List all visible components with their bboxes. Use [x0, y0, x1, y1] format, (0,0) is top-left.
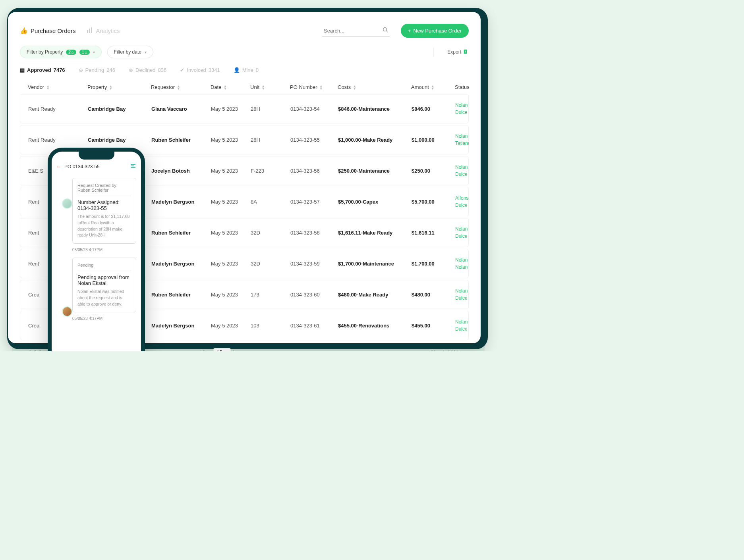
export-label: Export: [447, 49, 461, 55]
page-link[interactable]: 2: [34, 350, 37, 351]
col-property[interactable]: Property▲▼: [87, 84, 151, 90]
top-bar: 👍 Purchase Orders Analytics + New Purcha…: [20, 24, 469, 38]
export-icon: [463, 49, 469, 56]
grid-icon: ▦: [20, 67, 25, 73]
svg-rect-6: [131, 164, 135, 165]
status-tab-declined[interactable]: ⊗ Declined 836: [129, 67, 166, 73]
cell-status: Nolan EDulce S: [455, 164, 469, 178]
tab-analytics[interactable]: Analytics: [87, 27, 120, 35]
col-requestor[interactable]: Requestor▲▼: [151, 84, 211, 90]
per-page-select[interactable]: 15: [213, 348, 231, 351]
cell-po: 0134-323-59: [290, 261, 338, 267]
cell-po: 0134-323-58: [290, 230, 338, 236]
cell-costs: $250.00-Maintenance: [338, 168, 412, 174]
cell-amount: $1,000.00: [412, 137, 455, 143]
cell-unit: 32D: [251, 230, 290, 236]
phone-header: ← PO 0134-323-55: [56, 163, 136, 171]
home-icon: ⌂: [85, 50, 87, 54]
filter-badge: 2⌂: [66, 50, 76, 55]
filter-property[interactable]: Filter by Property 2⌂ 1⌂ ▾: [20, 46, 102, 58]
bar-chart-icon: [87, 27, 93, 35]
col-po[interactable]: PO Number▲▼: [290, 84, 338, 90]
timestamp: 05/05/23 4:17PM: [72, 316, 136, 321]
status-label: Invoiced: [187, 67, 206, 73]
cell-unit: 32D: [251, 261, 290, 267]
status-tab-mine[interactable]: 👤 Mine 0: [234, 67, 259, 73]
col-unit[interactable]: Unit▲▼: [250, 84, 290, 90]
cell-requestor: Giana Vaccaro: [151, 106, 211, 112]
page-link[interactable]: 1: [29, 350, 32, 351]
cell-date: May 5 2023: [211, 106, 251, 112]
cell-amount: $1,700.00: [412, 261, 455, 267]
tab-label: Purchase Orders: [31, 27, 75, 34]
page-link[interactable]: 3: [39, 350, 42, 351]
phone-notch: [79, 151, 114, 160]
cell-costs: $1,000.00-Make Ready: [338, 137, 412, 143]
cell-property: Cambridge Bay: [88, 137, 151, 143]
status-tab-approved[interactable]: ▦ Approved 7476: [20, 67, 65, 73]
chevron-down-icon: ▾: [93, 50, 95, 54]
sort-icon: ▲▼: [261, 85, 265, 90]
cell-unit: 8A: [251, 199, 290, 205]
cell-costs: $455.00-Renovations: [338, 323, 412, 329]
filter-date[interactable]: Filter by date ▾: [107, 46, 153, 58]
cell-status: Nolan EDulce S: [455, 318, 469, 333]
cell-date: May 5 2023: [211, 230, 251, 236]
col-amount[interactable]: Amount▲▼: [411, 84, 455, 90]
view-select: View 15 Items per page: [201, 348, 265, 351]
cell-status: Nolan ENolan E: [455, 256, 469, 271]
card-header: Pending: [77, 263, 131, 271]
cell-costs: $1,700.00-Maintenance: [338, 261, 412, 267]
page-link[interactable]: «: [20, 350, 23, 351]
svg-rect-0: [87, 30, 88, 33]
sort-icon: ▲▼: [223, 85, 227, 90]
status-tab-invoiced[interactable]: ✔ Invoiced 3341: [180, 67, 220, 73]
cell-amount: $250.00: [412, 168, 455, 174]
table-row[interactable]: Rent ReadyCambridge BayGiana VaccaroMay …: [20, 94, 469, 123]
page-link[interactable]: ‹: [25, 350, 27, 351]
tab-purchase-orders[interactable]: 👍 Purchase Orders: [20, 27, 75, 35]
col-date[interactable]: Date▲▼: [211, 84, 250, 90]
cell-po: 0134-323-54: [290, 106, 338, 112]
divider: [433, 47, 434, 57]
back-icon[interactable]: ←: [56, 164, 61, 169]
svg-rect-8: [131, 167, 135, 168]
sort-icon: ▲▼: [177, 85, 180, 90]
settings-icon[interactable]: [130, 163, 136, 171]
filter-row: Filter by Property 2⌂ 1⌂ ▾ Filter by dat…: [20, 46, 469, 58]
cell-unit: 173: [251, 292, 290, 298]
cell-date: May 5 2023: [211, 323, 251, 329]
status-count: 3341: [209, 67, 220, 73]
avatar: [62, 306, 72, 317]
search-icon[interactable]: [383, 27, 388, 34]
cell-property: Cambridge Bay: [88, 106, 151, 112]
new-purchase-order-button[interactable]: + New Purchase Order: [401, 24, 469, 38]
sort-icon: ▲▼: [431, 85, 435, 90]
cell-unit: 28H: [251, 137, 290, 143]
avatar: [62, 198, 72, 209]
status-count: 246: [106, 67, 115, 73]
col-costs[interactable]: Costs▲▼: [338, 84, 411, 90]
table-header: Vendor▲▼ Property▲▼ Requestor▲▼ Date▲▼ U…: [20, 80, 469, 94]
status-tab-pending[interactable]: ⊖ Pending 246: [79, 67, 115, 73]
filter-badge: 1⌂: [79, 50, 90, 55]
button-label: New Purchase Order: [414, 28, 462, 34]
card-header: Request Created by: Ruben Schleifer: [77, 183, 131, 196]
card-title: Pending approval from Nolan Ekstal: [77, 274, 131, 286]
card-desc: Nolan Ekstal was notified about the requ…: [77, 289, 131, 307]
status-count: 836: [158, 67, 167, 73]
cell-amount: $455.00: [412, 323, 455, 329]
export-button[interactable]: Export: [447, 49, 469, 56]
search-input[interactable]: [322, 25, 390, 37]
chevron-down-icon: ▾: [145, 50, 147, 54]
phone-mockup: ← PO 0134-323-55 Request Created by: Rub…: [48, 148, 145, 351]
cell-po: 0134-323-55: [290, 137, 338, 143]
svg-point-3: [383, 27, 387, 31]
x-circle-icon: ⊗: [129, 67, 133, 73]
per-page-suffix: Items per page: [233, 350, 265, 351]
cell-costs: $1,616.11-Make Ready: [338, 230, 412, 236]
cell-status: Nolan EDulce S: [455, 287, 469, 302]
col-status[interactable]: Status: [455, 84, 469, 90]
col-vendor[interactable]: Vendor▲▼: [28, 84, 87, 90]
cell-status: AlfonscDulce S: [455, 194, 469, 209]
